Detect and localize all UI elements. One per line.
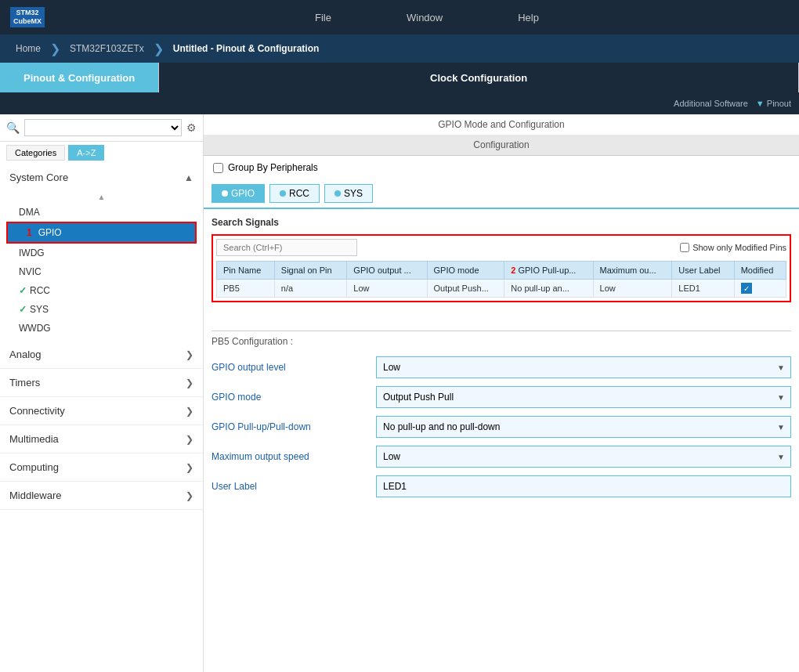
view-tabs: Categories A->Z — [0, 142, 203, 164]
show-modified-label: Show only Modified Pins — [692, 243, 786, 252]
config-row-mode: GPIO mode Output Push Pull — [212, 386, 791, 408]
system-core-section: System Core ▲ ▲ DMA 1 GPIO IWDG — [0, 164, 203, 341]
config-select-pullup[interactable]: No pull-up and no pull-down — [376, 416, 791, 438]
config-row-output-level: GPIO output level Low — [212, 356, 791, 378]
tab-clock-config[interactable]: Clock Configuration — [159, 63, 799, 92]
config-title: PB5 Configuration : — [212, 331, 791, 347]
tab-pinout-config[interactable]: Pinout & Configuration — [0, 63, 159, 92]
rcc-check-icon: ✓ — [19, 285, 27, 296]
system-core-collapse-icon: ▲ — [184, 172, 193, 183]
gpio-tab-rcc[interactable]: RCC — [269, 184, 320, 203]
table-red-outline: Show only Modified Pins Pin Name Signal … — [212, 234, 791, 302]
breadcrumb-arrow-1: ❯ — [49, 42, 62, 56]
config-row-user-label: User Label — [212, 475, 791, 497]
content-header: Configuration — [204, 135, 799, 156]
table-header-row: Pin Name Signal on Pin GPIO output ... G… — [217, 262, 786, 280]
sidebar-item-rcc[interactable]: ✓ RCC — [0, 281, 203, 300]
analog-expand-icon: ❯ — [186, 349, 193, 360]
signal-search-input[interactable] — [216, 239, 357, 256]
config-select-max-speed[interactable]: Low — [376, 446, 791, 468]
gpio-tab-gpio[interactable]: GPIO — [212, 184, 265, 203]
cell-modified: ✓ — [734, 280, 786, 298]
settings-icon[interactable]: ⚙ — [186, 121, 197, 134]
sidebar: 🔍 ⚙ Categories A->Z System Core ▲ ▲ DMA — [0, 114, 204, 672]
breadcrumb-home[interactable]: Home — [8, 40, 49, 57]
config-row-pullup: GPIO Pull-up/Pull-down No pull-up and no… — [212, 416, 791, 438]
config-select-mode[interactable]: Output Push Pull — [376, 386, 791, 408]
config-select-output-level[interactable]: Low — [376, 356, 791, 378]
system-core-header[interactable]: System Core ▲ — [0, 164, 203, 191]
config-label-max-speed: Maximum output speed — [212, 451, 368, 462]
rcc-dot-icon — [280, 190, 286, 197]
menu-file[interactable]: File — [309, 9, 338, 27]
sys-dot-icon — [334, 190, 341, 197]
config-select-max-speed-wrapper: Low — [376, 446, 791, 468]
app-logo: STM32 CubeMX — [0, 0, 55, 34]
content-area: GPIO Mode and Configuration Configuratio… — [204, 114, 799, 672]
breadcrumb-current[interactable]: Untitled - Pinout & Configuration — [165, 40, 327, 57]
cell-signal: n/a — [274, 280, 347, 298]
middleware-header[interactable]: Middleware ❯ — [0, 482, 203, 509]
cell-gpio-output: Low — [347, 280, 427, 298]
cell-max-output: Low — [593, 280, 672, 298]
cell-pin-name: PB5 — [217, 280, 275, 298]
gpio-tab-sys[interactable]: SYS — [324, 184, 373, 203]
config-row-max-speed: Maximum output speed Low — [212, 446, 791, 468]
menu-help[interactable]: Help — [512, 9, 545, 27]
main-layout: 🔍 ⚙ Categories A->Z System Core ▲ ▲ DMA — [0, 114, 799, 672]
config-section: PB5 Configuration : GPIO output level Lo… — [204, 318, 799, 518]
col-gpio-output: GPIO output ... — [347, 262, 427, 280]
breadcrumb-device[interactable]: STM32F103ZETx — [62, 40, 152, 57]
tab-az[interactable]: A->Z — [68, 145, 104, 161]
search-signals-label: Search Signals — [212, 217, 791, 228]
pinout-btn[interactable]: ▼ Pinout — [756, 99, 791, 108]
group-by-checkbox[interactable] — [213, 163, 223, 173]
sidebar-item-nvic[interactable]: NVIC — [0, 262, 203, 281]
col-signal: Signal on Pin — [274, 262, 347, 280]
cell-user-label: LED1 — [672, 280, 734, 298]
col-pin-name: Pin Name — [217, 262, 275, 280]
config-input-user-label-wrapper — [376, 475, 791, 497]
menu-items: File Window Help — [55, 9, 799, 27]
config-label-mode: GPIO mode — [212, 392, 368, 403]
sidebar-item-wwdg[interactable]: WWDG — [0, 319, 203, 338]
config-input-user-label[interactable] — [376, 475, 791, 497]
sidebar-item-iwdg[interactable]: IWDG — [0, 244, 203, 262]
menu-window[interactable]: Window — [400, 9, 449, 27]
timers-header[interactable]: Timers ❯ — [0, 369, 203, 396]
multimedia-header[interactable]: Multimedia ❯ — [0, 425, 203, 453]
col-user-label: User Label — [672, 262, 734, 280]
config-select-output-level-wrapper: Low — [376, 356, 791, 378]
computing-expand-icon: ❯ — [186, 462, 193, 473]
show-modified-checkbox[interactable] — [680, 243, 689, 252]
sidebar-item-gpio[interactable]: 1 GPIO — [8, 223, 195, 242]
table-row[interactable]: PB5 n/a Low Output Push... No pull-up an… — [217, 280, 786, 298]
tab-categories[interactable]: Categories — [6, 145, 65, 161]
scroll-up-icon[interactable]: ▲ — [98, 193, 106, 201]
multimedia-expand-icon: ❯ — [186, 434, 193, 445]
computing-section: Computing ❯ — [0, 453, 203, 482]
tab-bar: Pinout & Configuration Clock Configurati… — [0, 63, 799, 92]
analog-header[interactable]: Analog ❯ — [0, 341, 203, 368]
group-by-label: Group By Peripherals — [228, 162, 318, 173]
menu-bar: STM32 CubeMX File Window Help — [0, 0, 799, 34]
connectivity-section: Connectivity ❯ — [0, 397, 203, 425]
config-label-pullup: GPIO Pull-up/Pull-down — [212, 421, 368, 432]
config-label-output-level: GPIO output level — [212, 362, 368, 373]
sidebar-item-dma[interactable]: DMA — [0, 203, 203, 222]
system-core-items: DMA 1 GPIO IWDG NVIC ✓ RCC — [0, 203, 203, 341]
sys-check-icon: ✓ — [19, 304, 27, 315]
breadcrumb-arrow-2: ❯ — [152, 42, 165, 56]
col-max-output: Maximum ou... — [593, 262, 672, 280]
table-section: Search Signals Show only Modified Pins P… — [204, 209, 799, 310]
col-modified: Modified — [734, 262, 786, 280]
sidebar-item-sys[interactable]: ✓ SYS — [0, 300, 203, 319]
search-dropdown[interactable] — [24, 119, 182, 136]
connectivity-expand-icon: ❯ — [186, 406, 193, 417]
search-icon: 🔍 — [6, 121, 20, 134]
show-modified-row: Show only Modified Pins — [680, 243, 786, 252]
config-select-pullup-wrapper: No pull-up and no pull-down — [376, 416, 791, 438]
computing-header[interactable]: Computing ❯ — [0, 453, 203, 481]
connectivity-header[interactable]: Connectivity ❯ — [0, 397, 203, 425]
table-toolbar: Show only Modified Pins — [216, 239, 786, 256]
